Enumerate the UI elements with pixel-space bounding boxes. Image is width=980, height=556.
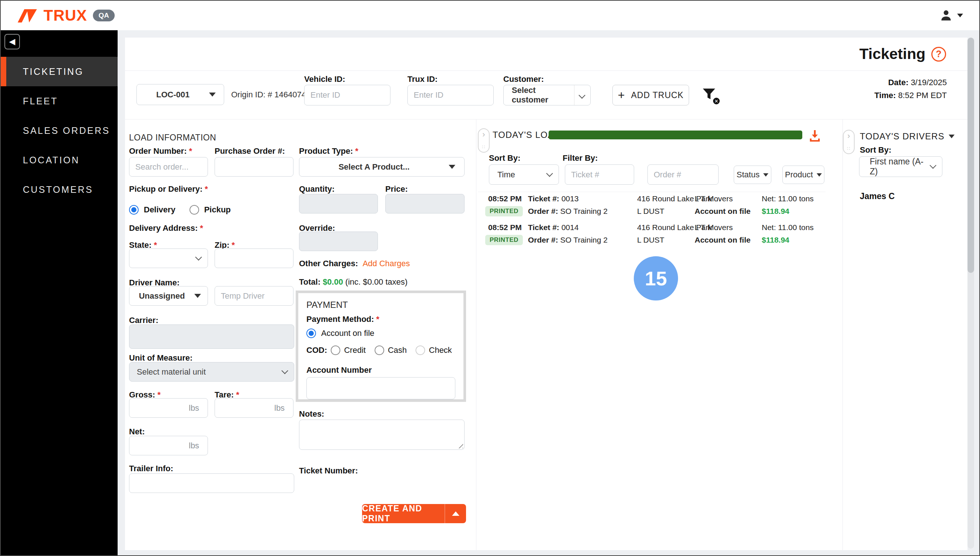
drivers-title[interactable]: TODAY'S DRIVERS [860, 131, 954, 142]
trux-id-input[interactable] [407, 85, 494, 105]
help-icon[interactable]: ? [932, 47, 946, 61]
order-filter-input[interactable] [647, 165, 718, 185]
sidebar-item-sales-orders[interactable]: SALES ORDERS [1, 116, 118, 145]
scrollbar-thumb[interactable] [967, 37, 974, 273]
main-panel: Ticketing ? LOC-001 Origin ID: # 1464074… [125, 37, 967, 550]
divider [478, 192, 825, 192]
status-badge: PRINTED [485, 235, 523, 245]
chevron-down-icon [281, 367, 288, 374]
sidebar-item-ticketing[interactable]: TICKETING [1, 57, 118, 86]
unit-of-measure-label: Unit of Measure: [129, 353, 192, 363]
net-unit: lbs [189, 441, 199, 451]
clear-filter-button[interactable]: ✕ [701, 86, 718, 103]
origin-id-text: Origin ID: # 1464074 [231, 90, 306, 100]
load-row[interactable]: 08:52 PM PRINTED Ticket #: 0014 Order #:… [476, 223, 828, 252]
user-menu[interactable] [940, 9, 963, 22]
load-row[interactable]: 08:52 PM PRINTED Ticket #: 0013 Order #:… [476, 194, 828, 223]
download-icon[interactable] [807, 128, 822, 143]
load-rows: 08:52 PM PRINTED Ticket #: 0013 Order #:… [476, 194, 828, 252]
carrier-label: Carrier: [129, 315, 158, 325]
state-select[interactable] [129, 249, 208, 268]
dropdown-caret-icon [763, 173, 769, 176]
sidebar-item-fleet[interactable]: FLEET [1, 86, 118, 116]
delivery-radio[interactable] [129, 205, 139, 215]
product-type-select[interactable]: Select A Product... [299, 157, 465, 176]
driver-select[interactable]: Unassigned [129, 286, 208, 305]
load-product: L DUST [637, 207, 664, 216]
cash-radio[interactable] [375, 346, 384, 355]
mode-label: Pickup or Delivery:* [129, 184, 208, 194]
purchase-order-input[interactable] [215, 157, 294, 176]
load-payment: Account on file [694, 236, 751, 244]
sidebar-item-customers[interactable]: CUSTOMERS [1, 175, 118, 204]
notes-textarea[interactable] [299, 420, 465, 450]
load-amount: $118.94 [762, 207, 789, 216]
delivery-address-label: Delivery Address:* [129, 223, 203, 233]
split-button-arrow[interactable] [445, 504, 466, 523]
notes-label: Notes: [299, 409, 324, 419]
payment-method-label: Payment Method:* [307, 315, 455, 324]
date-label: Date: [888, 78, 909, 87]
drivers-panel-handle[interactable]: › ∷ [843, 130, 855, 154]
load-carrier: L T Movers [694, 194, 733, 203]
trailer-info-input[interactable] [129, 474, 294, 493]
account-on-file-label: Account on file [321, 328, 374, 338]
product-filter-button[interactable]: Product [782, 166, 824, 184]
add-charges-link[interactable]: Add Charges [362, 259, 410, 268]
location-select[interactable]: LOC-001 [136, 84, 224, 105]
trux-id-label: Trux ID: [407, 74, 438, 84]
app-window: TRUX QA ◀ TICKETINGFLEETSALES ORDERSLOCA… [0, 0, 980, 556]
datetime-block: Date: 3/19/2025 Time: 8:52 PM EDT [875, 76, 947, 102]
cod-label: COD: [307, 346, 327, 355]
location-select-value: LOC-001 [137, 90, 209, 100]
price-label: Price: [385, 184, 408, 194]
chevron-down-icon [195, 254, 202, 260]
gross-unit: lbs [189, 403, 199, 413]
load-net: Net: 11.00 tons [762, 194, 814, 203]
load-net: Net: 11.00 tons [762, 223, 814, 232]
create-and-print-button[interactable]: CREATE AND PRINT [362, 504, 466, 523]
loads-filter-label: Filter By: [563, 154, 598, 163]
check-radio[interactable] [415, 346, 425, 355]
loads-panel-handle[interactable]: › ∷ [478, 128, 490, 153]
delivery-radio-label: Delivery [144, 205, 176, 215]
account-on-file-radio[interactable] [307, 328, 316, 338]
customer-select-value: Select customer [512, 86, 574, 105]
sidebar-item-location[interactable]: LOCATION [1, 145, 118, 175]
vehicle-id-label: Vehicle ID: [304, 74, 345, 84]
add-truck-button[interactable]: + ADD TRUCK [612, 85, 689, 105]
driver-name[interactable]: James C [860, 191, 895, 201]
price-input [385, 194, 465, 213]
cod-options: COD: Credit Cash Check [307, 346, 455, 355]
trailer-info-label: Trailer Info: [129, 464, 173, 474]
unit-of-measure-value: Select material unit [137, 367, 206, 377]
account-number-input[interactable] [307, 377, 455, 399]
loads-sort-value: Time [497, 170, 515, 179]
order-number-input[interactable] [129, 157, 208, 176]
loads-sort-select[interactable]: Time [489, 165, 559, 185]
carrier-input [129, 325, 294, 349]
purchase-order-label: Purchase Order #: [215, 146, 285, 156]
drivers-sort-select[interactable]: First name (A-Z) [859, 156, 942, 177]
vertical-scrollbar[interactable] [967, 37, 974, 549]
temp-driver-input[interactable] [215, 286, 294, 305]
driver-select-value: Unassigned [129, 291, 194, 301]
todays-loads-panel: › ∷ TODAY'S LOADS Sort By: Filter By: Ti… [476, 120, 828, 550]
zip-input[interactable] [215, 249, 294, 268]
status-filter-button[interactable]: Status [734, 166, 771, 184]
account-number-label: Account Number [307, 365, 455, 375]
vehicle-id-input[interactable] [304, 85, 391, 105]
todays-drivers-panel: › ∷ TODAY'S DRIVERS Sort By: First name … [843, 120, 957, 550]
customer-select[interactable]: Select customer [503, 85, 591, 105]
sidebar-collapse-button[interactable]: ◀ [5, 34, 20, 49]
pickup-radio[interactable] [189, 205, 199, 215]
load-carrier: L T Movers [694, 223, 733, 232]
map-cluster-badge[interactable]: 15 [634, 256, 678, 301]
credit-radio[interactable] [331, 346, 340, 355]
ticket-filter-input[interactable] [565, 165, 634, 185]
drivers-sort-label: Sort By: [860, 145, 891, 155]
tare-unit: lbs [274, 403, 285, 413]
drag-grip-icon: ∷ [482, 144, 485, 150]
sidebar: ◀ TICKETINGFLEETSALES ORDERSLOCATIONCUST… [1, 30, 118, 555]
unit-of-measure-select[interactable]: Select material unit [129, 362, 294, 381]
